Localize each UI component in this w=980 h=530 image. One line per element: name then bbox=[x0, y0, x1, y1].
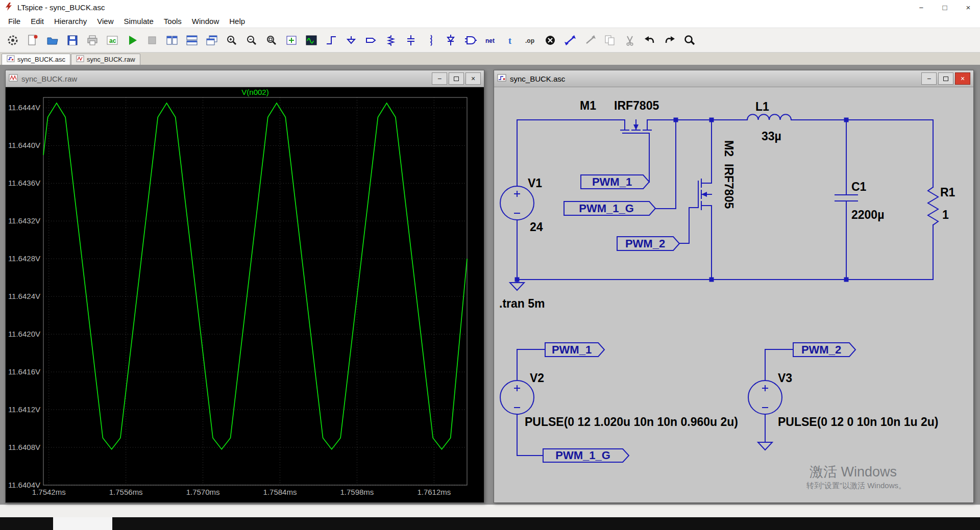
net-flag-pwm2[interactable]: PWM_2 bbox=[617, 237, 679, 250]
toolbar-zoom-out[interactable] bbox=[243, 32, 260, 48]
minimize-button[interactable]: − bbox=[432, 72, 447, 85]
net-flag-pwm1-g-v2[interactable]: PWM_1_G bbox=[543, 449, 629, 462]
menu-hierarchy[interactable]: Hierarchy bbox=[49, 17, 92, 26]
toolbar-place-component[interactable] bbox=[462, 32, 479, 48]
toolbar-draw-wire[interactable] bbox=[323, 32, 340, 48]
toolbar-place-inductor[interactable] bbox=[422, 32, 439, 48]
menu-edit[interactable]: Edit bbox=[26, 17, 49, 26]
toolbar-open-file[interactable] bbox=[44, 32, 61, 48]
tab-sync-buck-raw[interactable]: sync_BUCK.raw bbox=[71, 54, 140, 65]
label-v1-value[interactable]: 24 bbox=[530, 220, 543, 234]
voltage-source-v1-symbol[interactable] bbox=[500, 186, 534, 220]
toolbar-move-mode[interactable] bbox=[561, 32, 579, 48]
voltage-source-v2-symbol[interactable] bbox=[500, 381, 534, 414]
label-l1-value[interactable]: 33µ bbox=[762, 130, 781, 143]
toolbar-zoom-in[interactable] bbox=[223, 32, 240, 48]
label-c1-value[interactable]: 2200µ bbox=[851, 208, 884, 221]
x-axis-tick-label: 1.7598ms bbox=[332, 488, 381, 496]
tab-sync-buck-asc[interactable]: sync_BUCK.asc bbox=[2, 54, 70, 65]
label-l1-name[interactable]: L1 bbox=[755, 100, 769, 113]
label-v2-value[interactable]: PULSE(0 12 1.020u 10n 10n 0.960u 2u) bbox=[525, 415, 738, 428]
menu-window[interactable]: Window bbox=[187, 17, 224, 26]
net-flag-pwm1-g[interactable]: PWM_1_G bbox=[564, 201, 655, 215]
mdi-workspace: sync_BUCK.raw − × V(n002) 1.7542ms1.7556… bbox=[0, 65, 980, 504]
close-button[interactable]: × bbox=[957, 0, 980, 15]
label-v3-value[interactable]: PULSE(0 12 0 10n 10n 1u 2u) bbox=[778, 415, 938, 428]
capacitor-c1-symbol[interactable] bbox=[835, 195, 857, 201]
toolbar-pan-view[interactable] bbox=[283, 32, 300, 48]
voltage-source-v3-symbol[interactable] bbox=[748, 381, 782, 414]
toolbar-place-diode[interactable] bbox=[442, 32, 459, 48]
waveform-plot-area[interactable]: V(n002) 1.7542ms1.7556ms1.7570ms1.7584ms… bbox=[6, 87, 484, 502]
toolbar-zoom-full-extents[interactable] bbox=[263, 32, 280, 48]
y-axis-tick-label: 11.6416V bbox=[6, 367, 40, 376]
label-m2-name[interactable]: M2 bbox=[722, 140, 736, 157]
menu-view[interactable]: View bbox=[92, 17, 118, 26]
toolbar-label-net[interactable] bbox=[362, 32, 380, 48]
ground-symbol-v3[interactable] bbox=[758, 442, 772, 450]
toolbar-halt[interactable] bbox=[143, 32, 161, 48]
label-m1-value[interactable]: IRF7805 bbox=[614, 99, 659, 112]
restore-button[interactable] bbox=[938, 72, 953, 85]
waveform-titlebar[interactable]: sync_BUCK.raw − × bbox=[6, 70, 484, 87]
taskbar-item[interactable] bbox=[53, 517, 112, 530]
schematic-canvas[interactable]: PWM_1 PWM_1_G PWM_2 PWM_1 bbox=[494, 87, 973, 502]
toolbar-cut-mode[interactable] bbox=[621, 32, 639, 48]
toolbar-find[interactable] bbox=[681, 32, 698, 48]
label-v1-name[interactable]: V1 bbox=[528, 176, 542, 190]
toolbar-ac-analysis[interactable]: ac bbox=[104, 32, 121, 48]
ground-symbol-main[interactable] bbox=[510, 280, 524, 290]
waveform-trace[interactable] bbox=[43, 103, 467, 449]
toolbar-copy-mode[interactable] bbox=[601, 32, 619, 48]
toolbar-new-schematic[interactable] bbox=[24, 32, 41, 48]
mosfet-m1-symbol[interactable] bbox=[610, 120, 662, 142]
close-button[interactable]: × bbox=[465, 72, 481, 85]
net-flag-pwm1-v2[interactable]: PWM_1 bbox=[545, 343, 604, 357]
minimize-button[interactable]: − bbox=[921, 72, 937, 85]
toolbar-plot-settings[interactable] bbox=[303, 32, 320, 48]
label-c1-name[interactable]: C1 bbox=[851, 180, 867, 193]
label-v2-name[interactable]: V2 bbox=[530, 371, 544, 385]
toolbar-place-text[interactable]: t bbox=[502, 32, 519, 48]
toolbar-control-panel[interactable] bbox=[4, 32, 21, 48]
toolbar-tile-vertical[interactable] bbox=[163, 32, 181, 48]
toolbar-cascade-windows[interactable] bbox=[203, 32, 220, 48]
toolbar-tile-horizontal[interactable] bbox=[183, 32, 201, 48]
label-r1-value[interactable]: 1 bbox=[942, 208, 949, 221]
toolbar-highlight-net[interactable]: net bbox=[482, 32, 499, 48]
label-tran-directive[interactable]: .tran 5m bbox=[499, 297, 545, 310]
toolbar-redo[interactable] bbox=[661, 32, 678, 48]
net-flag-pwm1[interactable]: PWM_1 bbox=[581, 175, 649, 189]
toolbar-save[interactable] bbox=[64, 32, 81, 48]
menu-simulate[interactable]: Simulate bbox=[118, 17, 158, 26]
toolbar-place-ground[interactable] bbox=[342, 32, 360, 48]
schematic-window-title: sync_BUCK.asc bbox=[510, 74, 565, 83]
activate-windows-watermark: 激活 Windows bbox=[810, 463, 897, 481]
close-button[interactable]: × bbox=[955, 72, 970, 85]
toolbar-run[interactable] bbox=[124, 32, 141, 48]
waveform-plot[interactable] bbox=[6, 87, 484, 502]
minimize-button[interactable]: − bbox=[910, 0, 933, 15]
toolbar-spice-directive[interactable]: .op bbox=[522, 32, 539, 48]
y-axis-tick-label: 11.6408V bbox=[6, 443, 40, 451]
toolbar-drag-mode[interactable] bbox=[581, 32, 599, 48]
resistor-r1-symbol[interactable] bbox=[928, 187, 938, 225]
toolbar-print[interactable] bbox=[84, 32, 101, 48]
label-v3-name[interactable]: V3 bbox=[778, 371, 792, 385]
label-m2-value[interactable]: IRF7805 bbox=[722, 164, 736, 209]
toolbar-place-resistor[interactable] bbox=[382, 32, 400, 48]
label-r1-name[interactable]: R1 bbox=[940, 186, 955, 199]
schematic-titlebar[interactable]: sync_BUCK.asc − × bbox=[494, 70, 973, 87]
maximize-button[interactable]: □ bbox=[933, 0, 957, 15]
inductor-l1-symbol[interactable] bbox=[747, 114, 791, 120]
toolbar-undo[interactable] bbox=[641, 32, 658, 48]
menu-file[interactable]: File bbox=[3, 17, 26, 26]
mosfet-m2-symbol[interactable] bbox=[689, 169, 712, 220]
net-flag-pwm2-v3[interactable]: PWM_2 bbox=[793, 343, 855, 357]
toolbar-delete-mode[interactable] bbox=[542, 32, 559, 48]
toolbar-place-capacitor[interactable] bbox=[402, 32, 420, 48]
label-m1-name[interactable]: M1 bbox=[580, 99, 596, 112]
menu-help[interactable]: Help bbox=[224, 17, 250, 26]
restore-button[interactable] bbox=[449, 72, 464, 85]
menu-tools[interactable]: Tools bbox=[159, 17, 187, 26]
